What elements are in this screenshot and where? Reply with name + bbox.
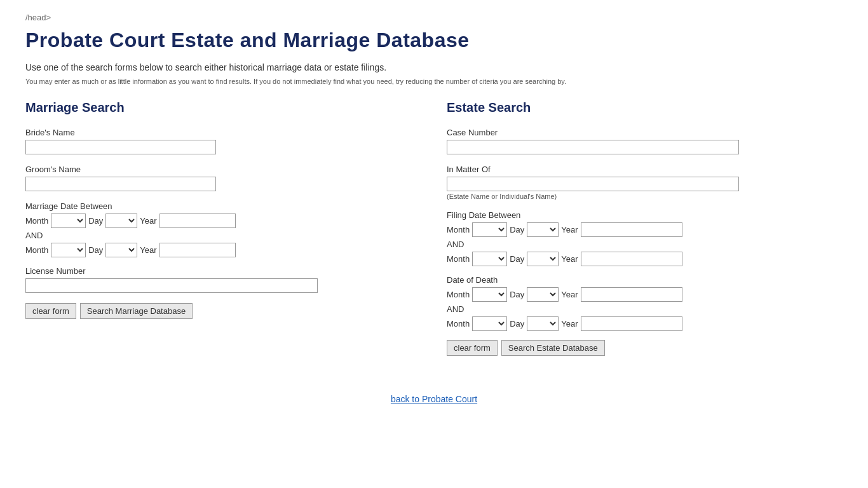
case-number-label: Case Number (447, 128, 843, 137)
case-number-input[interactable] (447, 140, 739, 154)
brides-name-input[interactable] (25, 140, 216, 154)
death-from-year-input[interactable] (581, 287, 682, 302)
back-to-probate-link[interactable]: back to Probate Court (25, 394, 843, 404)
death-from-month-label: Month (447, 290, 470, 299)
filing-from-year-label: Year (561, 225, 578, 234)
in-matter-of-input[interactable] (447, 177, 739, 191)
death-to-day-select[interactable]: 12345 678910 1112131415 1617181920 21222… (527, 316, 559, 331)
death-to-day-label: Day (510, 319, 524, 329)
filing-to-day-label: Day (510, 254, 524, 264)
death-from-day-select[interactable]: 12345 678910 1112131415 1617181920 21222… (527, 287, 559, 302)
license-number-input[interactable] (25, 278, 318, 293)
license-number-label: License Number (25, 266, 421, 276)
marriage-from-month-select[interactable]: 1234 5678 9101112 (51, 214, 86, 228)
estate-button-row: clear form Search Estate Database (447, 340, 843, 356)
grooms-name-group: Groom's Name (25, 165, 421, 191)
death-date-section: Date of Death Month 1234 5678 9101112 Da… (447, 275, 843, 331)
marriage-from-year-label: Year (140, 216, 156, 226)
marriage-from-year-input[interactable] (159, 214, 236, 228)
estate-section-title: Estate Search (447, 100, 843, 115)
estate-search-section: Estate Search Case Number In Matter Of (… (447, 100, 843, 356)
marriage-date-section: Marriage Date Between Month 1234 5678 91… (25, 201, 421, 257)
page-hint: You may enter as much or as little infor… (25, 78, 843, 85)
death-date-from-row: Month 1234 5678 9101112 Day 12345 678910… (447, 287, 843, 302)
filing-to-day-select[interactable]: 12345 678910 1112131415 1617181920 21222… (527, 252, 559, 266)
brides-name-group: Bride's Name (25, 128, 421, 154)
filing-date-from-row: Month 1234 5678 9101112 Day 12345 678910… (447, 222, 843, 237)
page-title: Probate Court Estate and Marriage Databa… (25, 29, 843, 52)
death-to-year-input[interactable] (581, 316, 682, 331)
death-to-year-label: Year (561, 319, 578, 329)
marriage-to-year-label: Year (140, 245, 156, 255)
grooms-name-label: Groom's Name (25, 165, 421, 174)
filing-date-label: Filing Date Between (447, 210, 843, 220)
marriage-search-button[interactable]: Search Marriage Database (80, 303, 193, 319)
filing-from-day-select[interactable]: 12345 678910 1112131415 1617181920 21222… (527, 222, 559, 237)
marriage-date-label: Marriage Date Between (25, 201, 421, 211)
marriage-date-to-row: Month 1234 5678 9101112 Day 12345 678910… (25, 243, 421, 257)
marriage-date-from-row: Month 1234 5678 9101112 Day 12345 678910… (25, 214, 421, 228)
marriage-clear-button[interactable]: clear form (25, 303, 76, 319)
filing-and-label: AND (447, 240, 843, 249)
brides-name-label: Bride's Name (25, 128, 421, 137)
marriage-to-day-select[interactable]: 12345 678910 1112131415 1617181920 21222… (105, 243, 137, 257)
death-from-day-label: Day (510, 290, 524, 299)
estate-clear-button[interactable]: clear form (447, 340, 498, 356)
grooms-name-input[interactable] (25, 177, 216, 191)
estate-search-button[interactable]: Search Estate Database (501, 340, 605, 356)
marriage-to-day-label: Day (88, 245, 103, 255)
head-tag-display: /head> (25, 13, 843, 22)
death-date-to-row: Month 1234 5678 9101112 Day 12345 678910… (447, 316, 843, 331)
in-matter-of-label: In Matter Of (447, 165, 843, 174)
license-number-group: License Number (25, 266, 421, 293)
marriage-search-section: Marriage Search Bride's Name Groom's Nam… (25, 100, 447, 319)
marriage-to-month-label: Month (25, 245, 48, 255)
death-to-month-label: Month (447, 319, 470, 329)
filing-to-year-label: Year (561, 254, 578, 264)
marriage-from-day-select[interactable]: 12345 678910 1112131415 1617181920 21222… (105, 214, 137, 228)
marriage-from-day-label: Day (88, 216, 103, 226)
filing-to-month-select[interactable]: 1234 5678 9101112 (472, 252, 507, 266)
marriage-section-title: Marriage Search (25, 100, 421, 115)
page-description: Use one of the search forms below to sea… (25, 62, 843, 72)
death-from-month-select[interactable]: 1234 5678 9101112 (472, 287, 507, 302)
marriage-button-row: clear form Search Marriage Database (25, 303, 421, 319)
filing-date-section: Filing Date Between Month 1234 5678 9101… (447, 210, 843, 266)
filing-from-day-label: Day (510, 225, 524, 234)
in-matter-of-sublabel: (Estate Name or Individual's Name) (447, 193, 843, 200)
case-number-group: Case Number (447, 128, 843, 154)
filing-to-month-label: Month (447, 254, 470, 264)
death-from-year-label: Year (561, 290, 578, 299)
filing-date-to-row: Month 1234 5678 9101112 Day 12345 678910… (447, 252, 843, 266)
filing-to-year-input[interactable] (581, 252, 682, 266)
death-and-label: AND (447, 304, 843, 314)
marriage-to-month-select[interactable]: 1234 5678 9101112 (51, 243, 86, 257)
death-to-month-select[interactable]: 1234 5678 9101112 (472, 316, 507, 331)
marriage-from-month-label: Month (25, 216, 48, 226)
filing-from-year-input[interactable] (581, 222, 682, 237)
in-matter-of-group: In Matter Of (Estate Name or Individual'… (447, 165, 843, 200)
filing-from-month-label: Month (447, 225, 470, 234)
marriage-and-label: AND (25, 231, 421, 240)
death-date-label: Date of Death (447, 275, 843, 285)
marriage-to-year-input[interactable] (159, 243, 236, 257)
filing-from-month-select[interactable]: 1234 5678 9101112 (472, 222, 507, 237)
